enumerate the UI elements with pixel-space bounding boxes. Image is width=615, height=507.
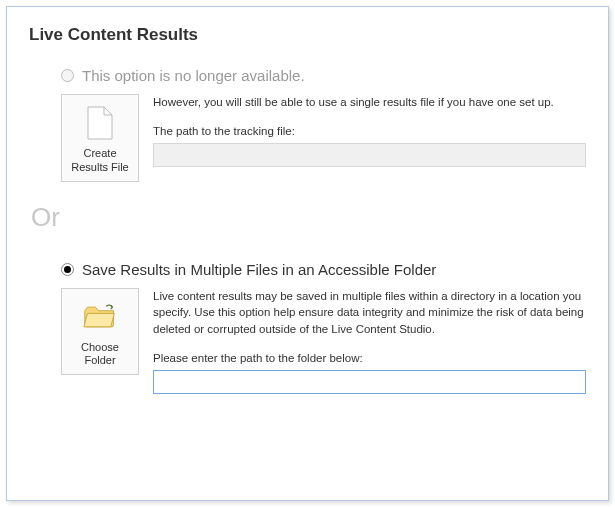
option2-field-label: Please enter the path to the folder belo… <box>153 350 586 367</box>
option-single-file: This option is no longer available. Crea… <box>61 67 586 182</box>
option-multiple-files: Save Results in Multiple Files in an Acc… <box>61 261 586 395</box>
create-results-file-label: Create Results File <box>66 147 134 175</box>
choose-folder-button[interactable]: Choose Folder <box>61 288 139 376</box>
tracking-file-path-field <box>153 143 586 167</box>
option2-description: Live content results may be saved in mul… <box>153 288 586 338</box>
folder-path-input[interactable] <box>153 370 586 394</box>
file-icon <box>83 103 117 143</box>
option1-field-label: The path to the tracking file: <box>153 123 586 140</box>
option2-label: Save Results in Multiple Files in an Acc… <box>82 261 436 278</box>
choose-folder-label: Choose Folder <box>66 341 134 369</box>
option2-radio[interactable] <box>61 263 74 276</box>
option2-radio-row[interactable]: Save Results in Multiple Files in an Acc… <box>61 261 586 278</box>
or-divider: Or <box>31 202 586 233</box>
section-title: Live Content Results <box>29 25 586 45</box>
option1-text: However, you will still be able to use a… <box>153 94 586 167</box>
option1-body: Create Results File However, you will st… <box>61 94 586 182</box>
option1-radio <box>61 69 74 82</box>
option2-body: Choose Folder Live content results may b… <box>61 288 586 395</box>
folder-icon <box>83 297 117 337</box>
option1-radio-row: This option is no longer available. <box>61 67 586 84</box>
create-results-file-button[interactable]: Create Results File <box>61 94 139 182</box>
option1-description: However, you will still be able to use a… <box>153 94 586 111</box>
live-content-results-panel: Live Content Results This option is no l… <box>6 6 609 501</box>
option2-text: Live content results may be saved in mul… <box>153 288 586 395</box>
option1-label: This option is no longer available. <box>82 67 305 84</box>
